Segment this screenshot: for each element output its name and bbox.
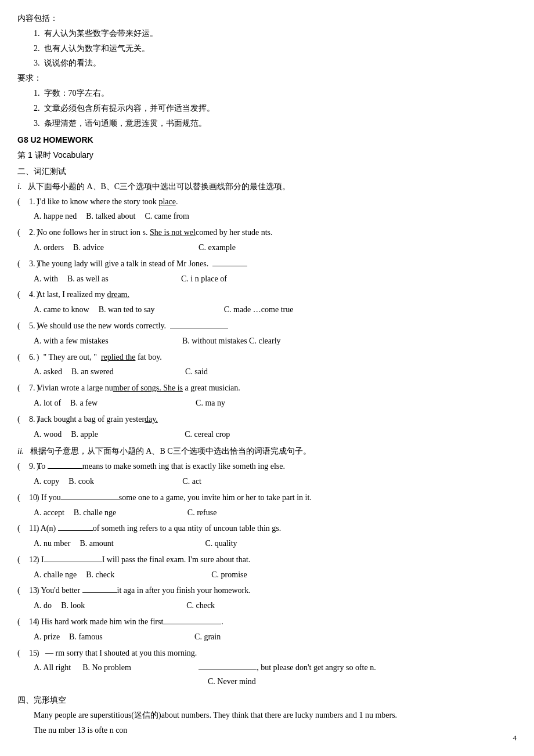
question-10: ( ) 10. If yousome one to a game, you in…: [17, 491, 517, 505]
section-i-label: i.: [17, 182, 26, 191]
question-5-options: A. with a few mistakes B. without mistak…: [17, 334, 517, 348]
req-item-3: 3. 条理清楚，语句通顺，意思连贯，书面规范。: [17, 117, 517, 131]
question-12: ( ) 12. II will pass the final exam. I'm…: [17, 553, 517, 567]
intro-item-3: 3. 说说你的看法。: [17, 56, 517, 70]
page-number: 4: [513, 732, 517, 744]
homework-title: G8 U2 HOMEWORK: [17, 133, 517, 147]
question-13: ( ) 13. You'd better it aga in after you…: [17, 584, 517, 598]
question-7-options: A. lot of B. a few C. ma ny: [17, 396, 517, 410]
cloze-p2: The nu mber 13 is ofte n con: [17, 724, 517, 737]
intro-label: 内容包括：: [17, 12, 517, 26]
question-15-options: A. All right B. No problem , but please …: [17, 661, 517, 689]
requirements-label: 要求：: [17, 71, 517, 85]
question-3-options: A. with B. as well as C. i n place of: [17, 272, 517, 286]
question-8: ( ) 8. Jack bought a bag of grain yester…: [17, 413, 517, 426]
question-4-options: A. came to know B. wan ted to say C. mad…: [17, 303, 517, 317]
question-6-options: A. asked B. an swered C. said: [17, 365, 517, 379]
question-1: ( ) 1. I'd like to know where the story …: [17, 195, 517, 209]
question-11-options: A. nu mber B. amount C. quality: [17, 537, 517, 551]
question-14-options: A. prize B. famous C. grain: [17, 630, 517, 644]
section-ii-instruction: ii. 根据句子意思，从下面每小题的 A、B C三个选项中选出恰当的词语完成句子…: [17, 444, 517, 458]
question-2: ( ) 2. No one follows her in struct ion …: [17, 226, 517, 240]
req-item-1: 1. 字数：70字左右。: [17, 86, 517, 100]
section4-title: 四、完形填空: [17, 693, 517, 707]
question-3: ( ) 3. The young lady will give a talk i…: [17, 257, 517, 271]
page-content: 内容包括： 1. 有人认为某些数字会带来好运。 2. 也有人认为数字和运气无关。…: [17, 12, 517, 737]
section2-title: 二、词汇测试: [17, 165, 517, 179]
question-1-options: A. happe ned B. talked about C. came fro…: [17, 209, 517, 223]
intro-item-1: 1. 有人认为某些数字会带来好运。: [17, 27, 517, 41]
question-12-options: A. challe nge B. check C. promise: [17, 568, 517, 582]
lesson-title: 第 1 课时 Vocabulary: [17, 149, 517, 162]
question-10-options: A. accept B. challe nge C. refuse: [17, 506, 517, 520]
question-8-options: A. wood B. apple C. cereal crop: [17, 428, 517, 442]
question-14: ( ) 14. His hard work made him win the f…: [17, 615, 517, 629]
question-2-options: A. orders B. advice C. example: [17, 241, 517, 255]
question-11: ( ) 11. A(n) of someth ing refers to a q…: [17, 522, 517, 536]
section-ii-label: ii.: [17, 447, 28, 455]
question-13-options: A. do B. look C. check: [17, 599, 517, 613]
question-5: ( ) 5. We should use the new words corre…: [17, 319, 517, 333]
question-4: ( ) 4. At last, I realized my dream.: [17, 288, 517, 302]
cloze-p1: Many people are superstitious(迷信的)about …: [17, 708, 517, 722]
req-item-2: 2. 文章必须包含所有提示内容，并可作适当发挥。: [17, 102, 517, 115]
question-15: ( ) 15. — rm sorry that I shouted at you…: [17, 646, 517, 660]
question-7: ( ) 7. Vivian wrote a large number of so…: [17, 381, 517, 395]
intro-item-2: 2. 也有人认为数字和运气无关。: [17, 42, 517, 56]
section-i-instruction: i. 从下面每小题的 A、B、C三个选项中选出可以替换画线部分的最佳选项。: [17, 180, 517, 194]
question-9: ( ) 9. To means to make someth ing that …: [17, 460, 517, 473]
question-6: ( ) 6. " They are out, " replied the fat…: [17, 350, 517, 364]
question-9-options: A. copy B. cook C. act: [17, 475, 517, 489]
